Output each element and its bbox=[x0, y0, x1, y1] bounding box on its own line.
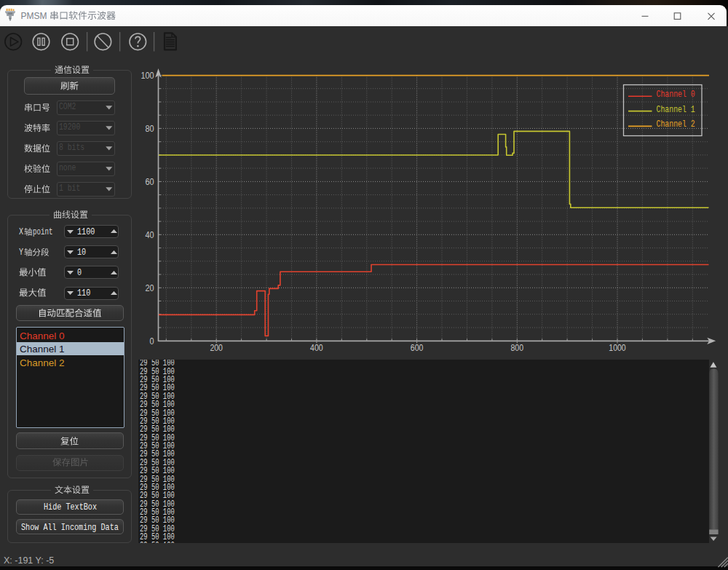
svg-text:200: 200 bbox=[210, 342, 223, 353]
svg-text:600: 600 bbox=[411, 342, 424, 353]
svg-text:60: 60 bbox=[146, 176, 154, 187]
svg-text:80: 80 bbox=[146, 123, 154, 134]
svg-text:Channel 2: Channel 2 bbox=[657, 119, 695, 129]
svg-text:1000: 1000 bbox=[609, 342, 626, 353]
svg-text:20: 20 bbox=[146, 282, 154, 293]
svg-text:0: 0 bbox=[150, 336, 154, 347]
svg-text:100: 100 bbox=[141, 70, 154, 81]
svg-text:40: 40 bbox=[146, 229, 154, 240]
svg-text:Channel 0: Channel 0 bbox=[657, 90, 695, 99]
svg-text:400: 400 bbox=[310, 342, 323, 353]
svg-text:800: 800 bbox=[511, 342, 524, 353]
svg-text:Channel 1: Channel 1 bbox=[657, 105, 695, 114]
